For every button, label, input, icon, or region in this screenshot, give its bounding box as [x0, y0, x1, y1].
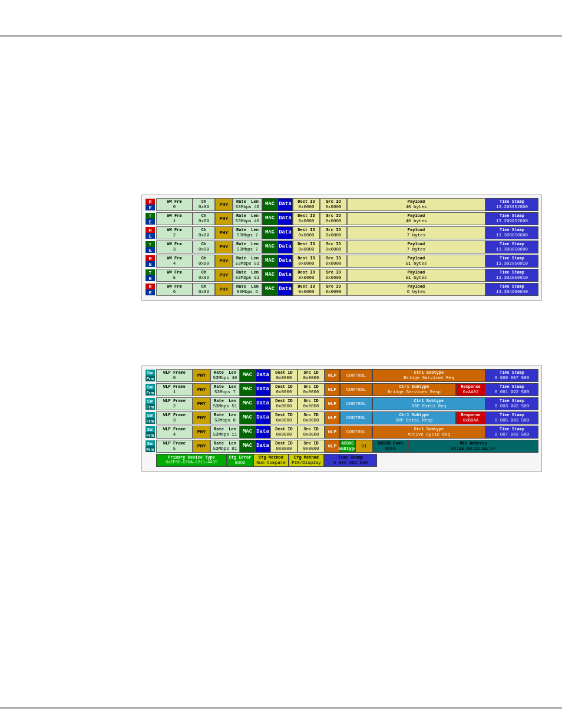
- cfg-error-cell: Cfg Error GOOD: [227, 454, 253, 467]
- data-cell: Data: [277, 269, 293, 282]
- enc-indicator: E: [146, 247, 155, 253]
- phy-cell: PHY: [193, 369, 210, 382]
- payload-cell: Payload 7 bytes: [347, 241, 485, 253]
- top-border: [0, 35, 562, 37]
- sm-frm-indicator: Sm Frm: [145, 397, 156, 410]
- wlp-type-cell: WLP: [325, 411, 340, 424]
- data-cell: Data: [277, 226, 293, 239]
- mac-cell: MAC: [262, 255, 277, 268]
- wlp-frm-cell: WLP Frame 5: [156, 440, 193, 453]
- phy-cell: PHY: [215, 255, 233, 268]
- enc-indicator: E: [146, 233, 155, 239]
- src-id-cell: Src ID 0x0000: [297, 411, 325, 424]
- src-id-cell: Src ID 0x0000: [320, 269, 347, 282]
- tx-rx-indicator: R: [146, 284, 155, 289]
- wlp-type-cell: WLP: [325, 383, 340, 396]
- control-cell: CONTROL: [340, 383, 372, 396]
- wssid-cell: WSSID Hash 0xFA: [373, 440, 408, 453]
- wm-frm-cell: WM Frm 1: [156, 212, 193, 225]
- wm-frm-cell: WM Frm 2: [156, 226, 193, 239]
- phy-cell: PHY: [215, 198, 233, 211]
- mac-address-cell: Mac Address AA:BB:00:DD:EE:FF: [408, 440, 538, 453]
- src-id-cell: Src ID 0x0000: [320, 255, 347, 268]
- ch-cell: Ch 0x09: [193, 255, 215, 268]
- src-id-cell: Src ID 0x0000: [297, 369, 325, 382]
- primary-device-cell: Primary Device Type 0xEF0E-C00A-2211-443…: [156, 454, 227, 467]
- cfg-method2-cell: Cfg Method PIN/Display: [289, 454, 324, 467]
- mac-cell: MAC: [240, 411, 255, 424]
- frm-indicator: Frm: [146, 432, 155, 438]
- row-indicator: T E: [145, 212, 156, 225]
- rate-len-cell: Rate Len 53Mbps 11: [210, 426, 240, 439]
- wlp-frm-cell: WLP Frame 1: [156, 383, 193, 396]
- wlp-table-row: Sm Frm WLP Frame 0 PHY Rate Len 53Mbps 4…: [145, 369, 538, 382]
- timestamp-cell: Time Stamp 13.302850910: [485, 269, 538, 282]
- dest-id-cell: Dest ID 0x0000: [293, 283, 320, 296]
- dest-id-cell: Dest ID 0x0000: [293, 241, 320, 253]
- ch-cell: Ch 0x09: [193, 241, 215, 253]
- tx-rx-indicator: T: [146, 269, 155, 275]
- mac-cell: MAC: [262, 269, 277, 282]
- frm-indicator: Frm: [146, 446, 155, 452]
- control-cell: CONTROL: [340, 397, 372, 410]
- phy-cell: PHY: [193, 440, 210, 453]
- dest-id-cell: Dest ID 0x0000: [270, 383, 297, 396]
- data-cell: Data: [255, 369, 270, 382]
- timestamp-cell: Time Stamp 0 001 992 500: [485, 383, 538, 396]
- rate-len-cell: Rate Len 53Mbps 7: [210, 383, 240, 396]
- rate-len-cell: Rate Len 53Mbps 40: [233, 212, 262, 225]
- phy-cell: PHY: [215, 283, 233, 296]
- control-cell: CONTROL: [340, 411, 372, 424]
- sm-frm-indicator: Sm Frm: [145, 411, 156, 424]
- payload-cell: Payload 7 bytes: [347, 226, 485, 239]
- mac-cell: MAC: [262, 241, 277, 253]
- ch-cell: Ch 0x09: [193, 226, 215, 239]
- wlp-frm-cell: WLP Frame 3: [156, 411, 193, 424]
- payload-cell: Payload 51 bytes: [347, 269, 485, 282]
- frm-indicator: Frm: [146, 390, 155, 396]
- src-id-cell: Src ID 0x0000: [297, 383, 325, 396]
- data-cell: Data: [255, 397, 270, 410]
- phy-cell: PHY: [193, 383, 210, 396]
- assoc-cell: ASSOC Subtype: [340, 440, 355, 453]
- mac-cell: MAC: [240, 440, 255, 453]
- control-cell: CONTROL: [340, 369, 372, 382]
- mac-cell: MAC: [240, 383, 255, 396]
- src-id-cell: Src ID 0x0000: [297, 440, 325, 453]
- mac-cell: MAC: [240, 369, 255, 382]
- timestamp-cell: Time Stamp 13.302950910: [485, 255, 538, 268]
- ch-cell: Ch 0x09: [193, 198, 215, 211]
- sm-frm-indicator: Sm Frm: [145, 369, 156, 382]
- wlp-type-cell: WLP: [325, 426, 340, 439]
- phy-cell: PHY: [215, 226, 233, 239]
- data-cell: Data: [255, 383, 270, 396]
- src-id-cell: Src ID 0x0000: [320, 198, 347, 211]
- phy-cell: PHY: [193, 426, 210, 439]
- timestamp-cell: Time Stamp 0 005 992 500: [485, 411, 538, 424]
- ctrl-subtype-cell: Ctrl Subtype Bridge Services Resp: [372, 383, 456, 396]
- tx-rx-indicator: T: [146, 241, 155, 247]
- rate-len-cell: Rate Len 53Mbps 51: [210, 397, 240, 410]
- table-row: R E WM Frm 2 Ch 0x09 PHY Rate Len 53Mbps…: [145, 226, 538, 239]
- mac-cell: MAC: [262, 198, 277, 211]
- payload-cell: Payload 6 bytes: [347, 283, 485, 296]
- payload-cell: Payload 40 bytes: [347, 212, 485, 225]
- data-cell: Data: [255, 426, 270, 439]
- wlp-type-cell: WLP: [325, 369, 340, 382]
- table-row: R E WM Frm 0 Ch 0x09 PHY Rate Len 53Mbps…: [145, 198, 538, 211]
- sm-indicator: Sm: [146, 370, 155, 375]
- rate-len-cell: Rate Len 53Mbps 6: [210, 411, 240, 424]
- phy-cell: PHY: [215, 212, 233, 225]
- sm-indicator: Sm: [146, 384, 155, 390]
- timestamp-cell: Time Stamp 13.300850890: [485, 226, 538, 239]
- enc-indicator: E: [146, 205, 155, 210]
- timestamp-cell: Time Stamp 0 007 992 500: [485, 426, 538, 439]
- src-id-cell: Src ID 0x0000: [320, 283, 347, 296]
- wlp-table-row: Sm Frm WLP Frame 5 PHY Rate Len 53Mbps 9…: [145, 440, 538, 453]
- ctrl-subtype-cell: Ctrl Subtype Active Cycle Req: [372, 426, 485, 439]
- row-indicator: R E: [145, 255, 156, 268]
- sm-frm-indicator: Sm Frm: [145, 383, 156, 396]
- wlp-frm-cell: WLP Frame 4: [156, 426, 193, 439]
- wlp-table-row: Sm Frm WLP Frame 2 PHY Rate Len 53Mbps 5…: [145, 397, 538, 410]
- data-cell: Data: [277, 283, 293, 296]
